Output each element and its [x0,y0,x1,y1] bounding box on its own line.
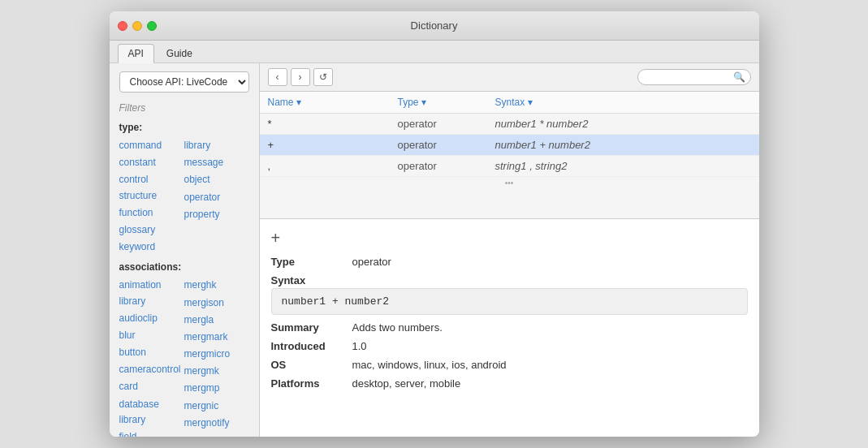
entry-introduced-label: Introduced [271,340,352,352]
associations-filter-heading: associations: [119,261,249,273]
filter-mergla[interactable]: mergla [184,312,249,328]
filter-keyword[interactable]: keyword [119,239,184,255]
back-button[interactable]: ‹ [268,68,287,86]
filter-glossary[interactable]: glossary [119,222,184,238]
close-button[interactable] [118,21,127,31]
entry-type-value: operator [352,256,391,268]
entry-os-field: OS mac, windows, linux, ios, android [271,359,748,371]
filter-cameracontrol[interactable]: cameracontrol [119,362,184,377]
filter-mergmicro[interactable]: mergmicro [184,347,249,362]
filter-mergnotify[interactable]: mergnotify [184,416,249,431]
refresh-button[interactable]: ↺ [313,68,333,86]
row-type-0: operator [398,118,495,130]
entry-platforms-label: Platforms [271,377,352,390]
filter-message[interactable]: message [184,155,249,170]
filter-operator[interactable]: operator [184,190,249,205]
row-syntax-2: string1 , string2 [495,160,751,172]
forward-button[interactable]: › [291,68,310,86]
entry-os-label: OS [271,359,352,371]
entry-syntax-value: number1 + number2 [271,288,748,315]
filter-function[interactable]: function [119,205,184,221]
row-name-0: * [268,118,398,130]
entry-syntax-label: Syntax [271,274,748,286]
table-row[interactable]: + operator number1 + number2 [260,135,759,156]
titlebar: Dictionary [110,11,759,41]
entry-type-label: Type [271,256,352,268]
app-window: Dictionary API Guide Choose API: LiveCod… [110,11,759,437]
search-box: 🔍 [637,69,751,85]
filter-command[interactable]: command [119,138,184,153]
scroll-indicator: ••• [260,177,759,189]
tab-api[interactable]: API [118,44,154,63]
table-row[interactable]: * operator number1 * number2 [260,114,759,135]
filter-field[interactable]: field [119,429,184,437]
row-type-1: operator [398,139,495,151]
tab-guide[interactable]: Guide [156,44,203,62]
right-panel: ‹ › ↺ 🔍 Name ▾ Type ▾ Syntax ▾ * operato… [260,63,759,437]
search-input[interactable] [643,71,733,83]
row-type-2: operator [398,160,495,172]
toolbar: ‹ › ↺ 🔍 [260,63,759,92]
name-column-header[interactable]: Name ▾ [268,97,398,108]
row-syntax-0: number1 * number2 [495,118,751,130]
maximize-button[interactable] [147,21,157,31]
entry-syntax-field: Syntax number1 + number2 [271,274,748,315]
tabbar: API Guide [110,41,759,63]
entry-introduced-value: 1.0 [352,340,367,352]
type-col1: command constant control structure funct… [119,138,184,255]
entry-summary-field: Summary Adds two numbers. [271,321,748,334]
entry-type-field: Type operator [271,256,748,268]
filter-property[interactable]: property [184,207,249,222]
filter-library[interactable]: library [184,138,249,153]
entry-area: + Type operator Syntax number1 + number2… [260,219,759,437]
entry-summary-label: Summary [271,321,352,334]
api-list-header: Name ▾ Type ▾ Syntax ▾ [260,92,759,114]
syntax-column-header[interactable]: Syntax ▾ [495,97,751,108]
entry-introduced-field: Introduced 1.0 [271,340,748,352]
filters-heading: Filters [119,102,249,114]
filter-animation-library[interactable]: animation library [119,278,184,308]
sidebar: Choose API: LiveCode Script Filters type… [110,63,260,437]
filter-object[interactable]: object [184,172,249,187]
filter-card[interactable]: card [119,379,184,394]
filter-constant[interactable]: constant [119,155,184,170]
row-syntax-1: number1 + number2 [495,139,751,151]
assoc-filter-links: animation library audioclip blur button … [119,278,249,437]
minimize-button[interactable] [132,21,142,31]
api-selector[interactable]: Choose API: LiveCode Script [119,71,249,93]
type-column-header[interactable]: Type ▾ [398,97,495,108]
row-name-1: + [268,139,398,151]
table-row[interactable]: , operator string1 , string2 [260,156,759,177]
entry-os-value: mac, windows, linux, ios, android [352,359,507,371]
assoc-col1: animation library audioclip blur button … [119,278,184,437]
entry-platforms-field: Platforms desktop, server, mobile [271,377,748,390]
filter-audioclip[interactable]: audioclip [119,311,184,326]
entry-platforms-value: desktop, server, mobile [352,377,461,390]
search-icon[interactable]: 🔍 [733,71,745,83]
filter-merghk[interactable]: merghk [184,278,249,293]
filter-button[interactable]: button [119,345,184,360]
entry-summary-value: Adds two numbers. [352,321,443,334]
filter-merpop[interactable]: merpop [184,433,249,437]
filter-mergmark[interactable]: mergmark [184,330,249,345]
type-col2: library message object operator property [184,138,249,255]
main-content: Choose API: LiveCode Script Filters type… [110,63,759,437]
traffic-lights [118,21,157,31]
type-filter-links: command constant control structure funct… [119,138,249,255]
filter-mergnic[interactable]: mergnic [184,398,249,414]
filter-mergmk[interactable]: mergmk [184,364,249,379]
filter-mergmp[interactable]: mergmp [184,381,249,396]
filter-mergison[interactable]: mergison [184,295,249,311]
filter-control-structure[interactable]: control structure [119,172,184,203]
row-name-2: , [268,160,398,172]
filter-database-library[interactable]: database library [119,397,184,428]
filter-blur[interactable]: blur [119,328,184,343]
type-filter-heading: type: [119,122,249,133]
window-title: Dictionary [411,19,458,32]
assoc-col2: merghk mergison mergla mergmark mergmicr… [184,278,249,437]
add-entry-button[interactable]: + [271,229,281,248]
api-list: * operator number1 * number2 + operator … [260,114,759,219]
